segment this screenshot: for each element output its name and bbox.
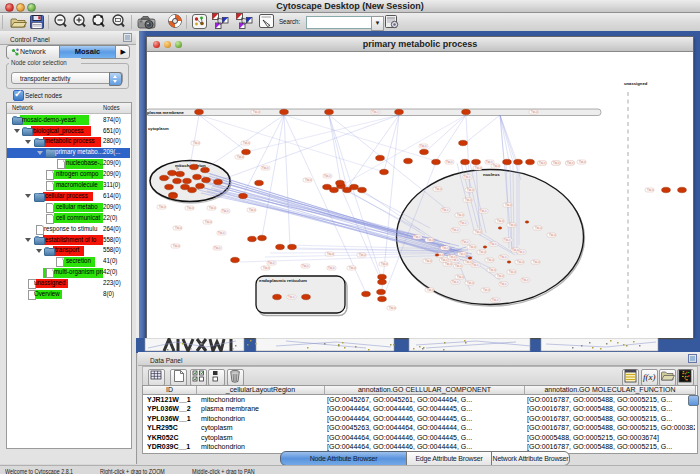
svg-text:Yxx-x: Yxx-x: [420, 144, 427, 148]
svg-text:Yxx-x: Yxx-x: [553, 161, 560, 165]
svg-text:Yxx-x: Yxx-x: [173, 244, 180, 248]
svg-text:Yxx-x: Yxx-x: [480, 209, 487, 213]
svg-text:Yxx-x: Yxx-x: [305, 178, 312, 182]
svg-text:Yxx-x: Yxx-x: [505, 203, 512, 207]
svg-text:Yxx-x: Yxx-x: [159, 205, 166, 209]
svg-text:Yxx-x: Yxx-x: [193, 141, 200, 145]
svg-text:Yxx-x: Yxx-x: [509, 270, 516, 274]
svg-text:Yxx-x: Yxx-x: [445, 262, 452, 266]
svg-text:Yxx-x: Yxx-x: [467, 281, 474, 285]
svg-text:Yxx-x: Yxx-x: [483, 288, 490, 292]
svg-text:Yxx-x: Yxx-x: [533, 260, 540, 264]
svg-text:Yxx-x: Yxx-x: [441, 258, 448, 262]
svg-text:Yxx-x: Yxx-x: [328, 266, 335, 270]
svg-text:Yxx-x: Yxx-x: [531, 110, 538, 114]
svg-text:Yxx-x: Yxx-x: [504, 238, 511, 242]
svg-text:Yxx-x: Yxx-x: [489, 268, 496, 272]
svg-text:plasma membrane: plasma membrane: [147, 110, 184, 115]
svg-text:Yxx-x: Yxx-x: [214, 246, 221, 250]
svg-text:Yxx-x: Yxx-x: [472, 263, 479, 267]
svg-text:Yxx-x: Yxx-x: [455, 264, 462, 268]
svg-text:Yxx-x: Yxx-x: [327, 252, 334, 256]
svg-text:cytoplasm: cytoplasm: [148, 126, 169, 131]
svg-text:Yxx-x: Yxx-x: [442, 208, 449, 212]
svg-text:Yxx-x: Yxx-x: [549, 233, 556, 237]
svg-text:Yxx-x: Yxx-x: [446, 160, 453, 164]
svg-text:Yxx-x: Yxx-x: [579, 160, 586, 164]
svg-text:Yxx-x: Yxx-x: [218, 231, 225, 235]
svg-text:Yxx-x: Yxx-x: [497, 274, 504, 278]
svg-text:Yxx-x: Yxx-x: [465, 198, 472, 202]
svg-text:Yxx-x: Yxx-x: [497, 219, 504, 223]
svg-text:Yxx-x: Yxx-x: [500, 255, 507, 259]
svg-text:Yxx-x: Yxx-x: [492, 298, 499, 302]
svg-text:Yxx-x: Yxx-x: [324, 174, 331, 178]
svg-text:Yxx-x: Yxx-x: [427, 238, 434, 242]
svg-text:Yxx-x: Yxx-x: [539, 161, 546, 165]
svg-text:Yxx-x: Yxx-x: [509, 223, 516, 227]
svg-text:Yxx-x: Yxx-x: [517, 260, 524, 264]
svg-text:Yxx-x: Yxx-x: [222, 209, 229, 213]
svg-text:f(x): f(x): [643, 372, 656, 382]
svg-text:Yxx-x: Yxx-x: [209, 206, 216, 210]
svg-text:Yxx-x: Yxx-x: [205, 220, 212, 224]
svg-text:Yxx-x: Yxx-x: [465, 260, 472, 264]
svg-text:Yxx-x: Yxx-x: [467, 188, 474, 192]
svg-text:Yxx-x: Yxx-x: [262, 166, 269, 170]
svg-text:Yxx-x: Yxx-x: [460, 221, 467, 225]
svg-text:Yxx-x: Yxx-x: [452, 228, 459, 232]
svg-text:Yxx-x: Yxx-x: [493, 164, 500, 168]
svg-text:Yxx-x: Yxx-x: [500, 282, 507, 286]
svg-text:Yxx-x: Yxx-x: [442, 246, 449, 250]
svg-text:Yxx-x: Yxx-x: [381, 262, 388, 266]
svg-text:Yxx-x: Yxx-x: [464, 175, 471, 179]
svg-text:endoplasmic reticulum: endoplasmic reticulum: [259, 278, 307, 283]
svg-text:Yxx-x: Yxx-x: [243, 141, 250, 145]
svg-text:Yxx-x: Yxx-x: [457, 213, 464, 217]
svg-text:Yxx-x: Yxx-x: [302, 264, 309, 268]
svg-text:Yxx-x: Yxx-x: [522, 278, 529, 282]
svg-text:Yxx-x: Yxx-x: [249, 208, 256, 212]
svg-text:Yxx-x: Yxx-x: [518, 250, 525, 254]
svg-text:Yxx-x: Yxx-x: [435, 187, 442, 191]
svg-text:Yxx-x: Yxx-x: [469, 245, 476, 249]
svg-text:Yxx-x: Yxx-x: [175, 226, 182, 230]
svg-text:Yxx-x: Yxx-x: [268, 261, 275, 265]
svg-text:Yxx-x: Yxx-x: [263, 266, 270, 270]
svg-text:Yxx-x: Yxx-x: [187, 206, 194, 210]
svg-text:unassigned: unassigned: [624, 81, 648, 86]
svg-text:Yxx-x: Yxx-x: [389, 306, 396, 310]
svg-text:Yxx-x: Yxx-x: [457, 275, 464, 279]
svg-text:Yxx-x: Yxx-x: [490, 242, 497, 246]
svg-text:Yxx-x: Yxx-x: [449, 255, 456, 259]
svg-text:Yxx-x: Yxx-x: [479, 250, 486, 254]
svg-text:Yxx-x: Yxx-x: [647, 188, 654, 192]
svg-text:Yxx-x: Yxx-x: [487, 258, 494, 262]
svg-text:Yxx-x: Yxx-x: [372, 110, 379, 114]
svg-text:nucleus: nucleus: [483, 172, 500, 177]
svg-text:Yxx-x: Yxx-x: [475, 230, 482, 234]
svg-text:Yxx-x: Yxx-x: [486, 160, 493, 164]
svg-text:Yxx-x: Yxx-x: [462, 240, 469, 244]
svg-text:Yxx-x: Yxx-x: [475, 166, 482, 170]
svg-text:Yxx-x: Yxx-x: [349, 266, 356, 270]
svg-text:Yxx-x: Yxx-x: [359, 253, 366, 257]
svg-text:Yxx-x: Yxx-x: [237, 155, 244, 159]
svg-text:Yxx-x: Yxx-x: [535, 226, 542, 230]
svg-text:Yxx-x: Yxx-x: [427, 288, 434, 292]
svg-text:Yxx-x: Yxx-x: [414, 235, 421, 239]
svg-text:Yxx-x: Yxx-x: [452, 280, 459, 284]
svg-text:Yxx-x: Yxx-x: [425, 259, 432, 263]
svg-text:Yxx-x: Yxx-x: [253, 110, 260, 114]
svg-text:Yxx-x: Yxx-x: [288, 295, 295, 299]
svg-text:Yxx-x: Yxx-x: [567, 161, 574, 165]
svg-text:Yxx-x: Yxx-x: [459, 252, 466, 256]
